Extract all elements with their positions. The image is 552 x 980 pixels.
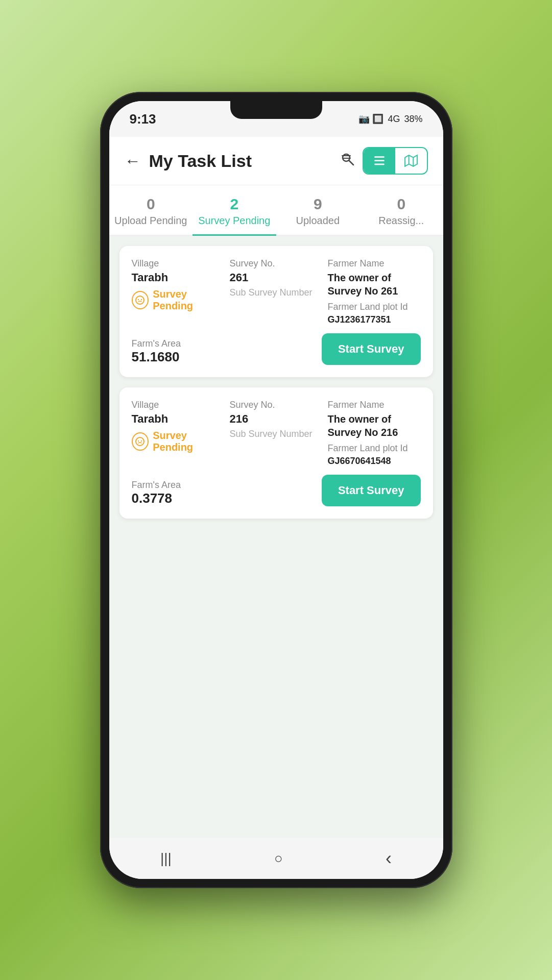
area-label-2: Farm's Area xyxy=(132,480,181,491)
filter-tabs: 0 Upload Pending 2 Survey Pending 9 Uplo… xyxy=(109,185,443,236)
svg-point-15 xyxy=(141,440,142,442)
home-nav-button[interactable]: ○ xyxy=(264,845,293,872)
battery-level: 38% xyxy=(404,114,422,125)
network-icon: 4G xyxy=(388,114,400,125)
notch xyxy=(230,101,322,119)
svg-point-11 xyxy=(138,299,139,300)
farmer-field-1: Farmer Name The owner of Survey No 261 F… xyxy=(328,258,421,325)
start-survey-button-1[interactable]: Start Survey xyxy=(322,333,421,365)
village-label-1: Village xyxy=(132,258,225,269)
sub-survey-label-1: Sub Survey Number xyxy=(230,287,323,298)
phone-frame: 9:13 📷 🔲 4G 38% ← My Task List xyxy=(100,92,452,888)
farmer-field-2: Farmer Name The owner of Survey No 216 F… xyxy=(328,400,421,467)
svg-marker-7 xyxy=(405,155,417,166)
svg-rect-4 xyxy=(374,156,385,158)
status-bar: 9:13 📷 🔲 4G 38% xyxy=(109,101,443,137)
land-id-label-2: Farmer Land plot Id xyxy=(328,443,421,454)
task-card-1: Village Tarabh xyxy=(119,246,433,377)
land-id-label-1: Farmer Land plot Id xyxy=(328,302,421,312)
search-filter-icon[interactable] xyxy=(340,152,355,170)
signal-icon: 📷 🔲 xyxy=(358,113,383,125)
survey-no-label-1: Survey No. xyxy=(230,258,323,269)
land-id-value-2: GJ6670641548 xyxy=(328,456,391,466)
area-value-1: 51.1680 xyxy=(132,349,180,364)
village-value-2: Tarabh xyxy=(132,412,169,425)
status-icon-2 xyxy=(132,432,149,451)
farmer-name-value-2: The owner of Survey No 216 xyxy=(328,413,398,438)
app-screen: ← My Task List xyxy=(109,137,443,838)
survey-no-value-2: 216 xyxy=(230,412,249,425)
farmer-name-value-1: The owner of Survey No 261 xyxy=(328,272,398,297)
survey-no-label-2: Survey No. xyxy=(230,400,323,410)
status-row-2: Survey Pending xyxy=(132,430,225,453)
sub-survey-label-2: Sub Survey Number xyxy=(230,429,323,439)
village-field-2: Village Tarabh xyxy=(132,400,225,467)
village-label-2: Village xyxy=(132,400,225,410)
bottom-navigation: ||| ○ ‹ xyxy=(109,838,443,879)
status-label-1: Survey Pending xyxy=(153,288,224,312)
survey-field-1: Survey No. 261 Sub Survey Number xyxy=(230,258,323,325)
svg-point-14 xyxy=(138,440,139,442)
phone-screen: 9:13 📷 🔲 4G 38% ← My Task List xyxy=(109,101,443,879)
status-row-1: Survey Pending xyxy=(132,288,225,312)
svg-point-10 xyxy=(136,296,144,304)
village-field-1: Village Tarabh xyxy=(132,258,225,325)
status-label-2: Survey Pending xyxy=(153,430,224,453)
task-card-2: Village Tarabh xyxy=(119,387,433,519)
svg-point-12 xyxy=(141,299,142,300)
card-bottom-1: Farm's Area 51.1680 Start Survey xyxy=(132,333,421,365)
start-survey-button-2[interactable]: Start Survey xyxy=(322,475,421,506)
area-label-1: Farm's Area xyxy=(132,338,181,349)
farmer-name-label-1: Farmer Name xyxy=(328,258,421,269)
map-view-button[interactable] xyxy=(395,148,427,174)
task-list-content: Village Tarabh xyxy=(109,236,443,838)
back-button[interactable]: ← xyxy=(125,152,141,170)
app-header: ← My Task List xyxy=(109,137,443,185)
svg-rect-5 xyxy=(374,160,385,161)
tab-upload-pending[interactable]: 0 Upload Pending xyxy=(109,185,193,235)
area-field-1: Farm's Area 51.1680 xyxy=(132,338,181,365)
status-icon-1 xyxy=(132,291,149,309)
header-right xyxy=(340,147,428,175)
back-nav-button[interactable]: ‹ xyxy=(375,843,402,874)
card-bottom-2: Farm's Area 0.3778 Start Survey xyxy=(132,475,421,506)
svg-point-13 xyxy=(136,437,144,446)
status-icons: 📷 🔲 4G 38% xyxy=(358,113,422,125)
tab-reassigned[interactable]: 0 Reassig... xyxy=(359,185,443,235)
farmer-name-label-2: Farmer Name xyxy=(328,400,421,410)
header-left: ← My Task List xyxy=(125,151,252,171)
svg-rect-6 xyxy=(374,163,385,165)
list-view-button[interactable] xyxy=(364,148,395,174)
village-value-1: Tarabh xyxy=(132,271,169,284)
view-toggle xyxy=(363,147,428,175)
land-id-value-1: GJ1236177351 xyxy=(328,314,391,325)
area-field-2: Farm's Area 0.3778 xyxy=(132,480,181,506)
survey-no-value-1: 261 xyxy=(230,271,249,284)
page-title: My Task List xyxy=(149,151,252,171)
status-time: 9:13 xyxy=(130,111,156,127)
tab-survey-pending[interactable]: 2 Survey Pending xyxy=(193,185,276,235)
tab-uploaded[interactable]: 9 Uploaded xyxy=(276,185,360,235)
menu-nav-button[interactable]: ||| xyxy=(150,845,182,872)
survey-field-2: Survey No. 216 Sub Survey Number xyxy=(230,400,323,467)
svg-line-1 xyxy=(349,160,353,165)
area-value-2: 0.3778 xyxy=(132,491,173,506)
